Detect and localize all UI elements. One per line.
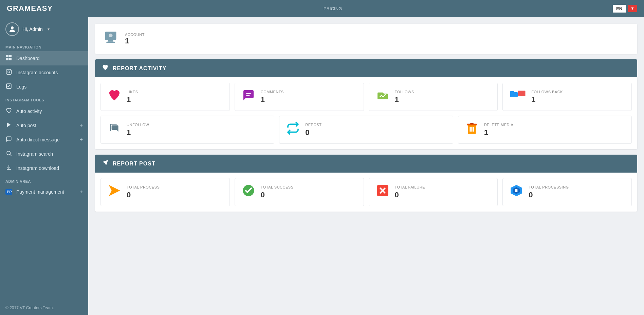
activity-stats-row2-grid: UNFOLLOW 1 <box>100 116 632 144</box>
follows-stat-icon <box>376 88 389 105</box>
unfollow-info: UNFOLLOW 1 <box>127 123 149 137</box>
total-processing-icon <box>510 184 523 200</box>
stat-total-success: TOTAL SUCCESS 0 <box>235 178 364 206</box>
svg-point-15 <box>109 34 113 37</box>
comments-info: COMMENTS 1 <box>261 90 284 104</box>
report-post-stats: TOTAL PROCESS 0 TOTAL S <box>95 173 637 212</box>
svg-point-0 <box>11 26 14 29</box>
total-process-label: TOTAL PROCESS <box>127 185 160 189</box>
report-post-header: REPORT POST <box>95 155 637 173</box>
auto-post-label: Auto post <box>16 123 76 128</box>
user-greeting: Hi, Admin <box>22 26 43 32</box>
svg-rect-5 <box>6 70 12 75</box>
likes-info: LIKES 1 <box>127 90 138 104</box>
main-content: ACCOUNT 1 REPORT ACTIVITY <box>88 17 644 315</box>
sidebar-item-logs[interactable]: Logs <box>0 80 88 94</box>
stat-follows-back: FOLLOWS BACK 1 <box>502 83 632 111</box>
sidebar-item-auto-activity[interactable]: Auto activity <box>0 104 88 118</box>
svg-marker-25 <box>103 160 108 166</box>
auto-direct-message-label: Auto direct message <box>16 137 76 142</box>
total-success-value: 0 <box>261 191 294 199</box>
check-icon <box>5 83 12 91</box>
follows-back-info: FOLLOWS BACK 1 <box>531 90 563 104</box>
stat-total-processing: TOTAL PROCESSING 0 <box>502 178 632 206</box>
follows-label: FOLLOWS <box>395 90 414 94</box>
total-process-value: 0 <box>127 191 160 199</box>
play-icon <box>5 122 12 129</box>
total-process-icon <box>108 184 121 200</box>
payment-management-plus[interactable]: + <box>80 189 83 195</box>
account-card: ACCOUNT 1 <box>95 24 637 54</box>
pricing-link[interactable]: PRICING <box>324 6 342 11</box>
admin-area-label: ADMIN AREA <box>0 175 88 185</box>
follows-info: FOLLOWS 1 <box>395 90 414 104</box>
sidebar-item-instagram-search[interactable]: Instagram search <box>0 147 88 161</box>
instagram-tools-label: INSTAGRAM TOOLS <box>0 94 88 104</box>
svg-rect-32 <box>515 189 518 192</box>
delete-media-info: DELETE MEDIA 1 <box>484 123 514 137</box>
svg-rect-14 <box>106 42 115 43</box>
nav-links: PRICING <box>324 6 342 11</box>
dashboard-label: Dashboard <box>16 56 83 61</box>
sidebar-item-instagram-download[interactable]: Instagram download <box>0 161 88 175</box>
repost-stat-icon <box>286 121 300 138</box>
likes-label: LIKES <box>127 90 138 94</box>
unfollow-stat-icon <box>108 121 121 138</box>
topnav-right: EN ▼ <box>613 5 637 13</box>
svg-rect-4 <box>9 58 12 60</box>
user-chevron: ▾ <box>48 27 50 32</box>
report-post-title: REPORT POST <box>113 161 155 167</box>
sidebar-item-dashboard[interactable]: Dashboard <box>0 51 88 65</box>
svg-rect-20 <box>470 123 474 124</box>
account-value: 1 <box>125 37 145 45</box>
unfollow-value: 1 <box>127 128 149 137</box>
sidebar-footer: © 2017 VT Creators Team. <box>0 301 88 315</box>
logo: GRAMEASY <box>7 4 53 13</box>
delete-media-value: 1 <box>484 128 514 137</box>
sidebar: Hi, Admin ▾ MAIN NAVIGATION Dashboard <box>0 17 88 315</box>
sidebar-item-auto-direct-message[interactable]: Auto direct message + <box>0 133 88 147</box>
unfollow-label: UNFOLLOW <box>127 123 149 127</box>
svg-rect-2 <box>9 55 12 57</box>
svg-line-11 <box>10 154 11 156</box>
activity-stats-row2: UNFOLLOW 1 <box>100 116 632 144</box>
total-processing-value: 0 <box>529 191 569 199</box>
svg-rect-13 <box>108 40 113 41</box>
auto-post-plus[interactable]: + <box>80 122 83 129</box>
total-processing-info: TOTAL PROCESSING 0 <box>529 185 569 199</box>
follows-back-value: 1 <box>531 95 563 104</box>
total-success-label: TOTAL SUCCESS <box>261 185 294 189</box>
message-icon <box>5 136 12 143</box>
report-activity-section: REPORT ACTIVITY LIKES 1 <box>95 59 637 149</box>
svg-marker-9 <box>7 122 11 127</box>
sidebar-item-payment-management[interactable]: PP Payment management + <box>0 185 88 198</box>
report-post-icon <box>102 159 109 168</box>
sidebar-item-auto-post[interactable]: Auto post + <box>0 118 88 133</box>
total-process-info: TOTAL PROCESS 0 <box>127 185 160 199</box>
instagram-download-label: Instagram download <box>16 165 83 171</box>
stat-delete-media: DELETE MEDIA 1 <box>458 116 632 144</box>
total-success-icon <box>242 184 255 200</box>
delete-media-stat-icon <box>465 121 479 138</box>
repost-info: REPOST 0 <box>305 123 321 137</box>
total-processing-label: TOTAL PROCESSING <box>529 185 569 189</box>
activity-stats-row1: LIKES 1 <box>100 83 632 111</box>
report-activity-icon <box>102 64 109 73</box>
heart-stat-icon <box>108 88 121 105</box>
instagram-accounts-label: Instagram accounts <box>16 70 83 75</box>
follows-value: 1 <box>395 95 414 104</box>
sidebar-item-instagram-accounts[interactable]: Instagram accounts <box>0 65 88 80</box>
language-button[interactable]: EN <box>613 5 626 13</box>
account-info: ACCOUNT 1 <box>125 33 145 45</box>
download-icon <box>5 164 12 172</box>
paypal-icon: PP <box>5 189 12 195</box>
repost-value: 0 <box>305 128 321 137</box>
topnav: GRAMEASY PRICING EN ▼ <box>0 0 644 17</box>
account-label: ACCOUNT <box>125 33 145 37</box>
language-dropdown[interactable]: ▼ <box>628 5 637 12</box>
sidebar-user[interactable]: Hi, Admin ▾ <box>0 17 88 41</box>
svg-marker-26 <box>109 185 120 196</box>
delete-media-label: DELETE MEDIA <box>484 123 514 127</box>
stat-total-failure: TOTAL FAILURE 0 <box>369 178 498 206</box>
auto-direct-message-plus[interactable]: + <box>80 137 83 143</box>
